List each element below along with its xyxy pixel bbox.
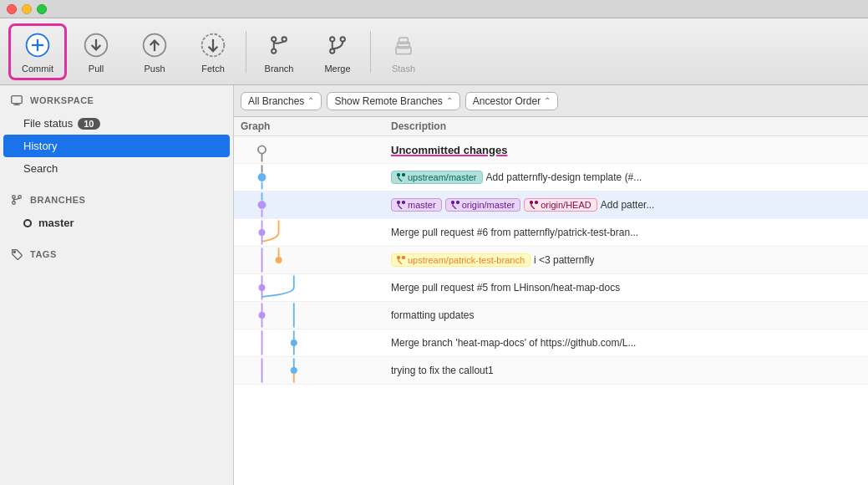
master-dot <box>23 219 32 227</box>
fetch-button[interactable]: Fetch <box>184 23 242 80</box>
svg-point-14 <box>341 37 345 41</box>
ancestor-order-chevron: ⌃ <box>544 96 551 105</box>
show-remote-dropdown[interactable]: Show Remote Branches ⌃ <box>327 92 459 110</box>
graph-cell-0 <box>234 136 384 163</box>
commit-text-8: trying to fix the callout1 <box>391 365 494 376</box>
svg-point-43 <box>536 202 538 204</box>
svg-point-27 <box>13 251 15 253</box>
master-label: master <box>38 217 74 229</box>
all-branches-dropdown[interactable]: All Branches ⌃ <box>241 92 322 110</box>
table-row[interactable]: Uncommitted changes <box>234 136 868 164</box>
toolbar-divider-1 <box>246 31 246 73</box>
table-row[interactable]: Merge branch 'heat-map-docs' of https://… <box>234 329 868 357</box>
branch-button[interactable]: Branch <box>250 23 308 80</box>
commit-label: Commit <box>22 64 53 74</box>
col-graph-header: Graph <box>234 120 384 132</box>
desc-cell-1: upstream/master Add patternfly-design te… <box>384 167 868 187</box>
title-bar <box>0 0 868 18</box>
desc-cell-6: formatting updates <box>384 306 868 324</box>
content-area: All Branches ⌃ Show Remote Branches ⌃ An… <box>234 85 868 485</box>
desc-cell-2: master origin/master origin/HEAD Add pat… <box>384 195 868 215</box>
commit-text-2: Add patter... <box>601 199 655 211</box>
graph-cell-1 <box>234 164 384 191</box>
desc-cell-8: trying to fix the callout1 <box>384 361 868 380</box>
tags-section-header: TAGS <box>0 239 233 266</box>
svg-point-28 <box>258 146 266 153</box>
table-row[interactable]: Merge pull request #5 from LHinson/heat-… <box>234 274 868 302</box>
close-button[interactable] <box>7 4 17 14</box>
svg-point-51 <box>403 257 405 259</box>
push-label: Push <box>144 64 165 74</box>
show-remote-chevron: ⌃ <box>446 96 453 105</box>
desc-cell-5: Merge pull request #5 from LHinson/heat-… <box>384 278 868 297</box>
svg-point-25 <box>13 202 16 205</box>
commit-text-7: Merge branch 'heat-map-docs' of https://… <box>391 337 636 349</box>
commit-button[interactable]: Commit <box>8 23 67 80</box>
col-desc-header: Description <box>384 120 868 132</box>
svg-point-33 <box>398 174 400 176</box>
graph-cell-8 <box>234 357 384 384</box>
show-remote-label: Show Remote Branches <box>334 95 442 107</box>
svg-point-36 <box>258 201 266 208</box>
desc-cell-4: upstream/patrick-test-branch i <3 patter… <box>384 250 868 270</box>
filter-bar: All Branches ⌃ Show Remote Branches ⌃ An… <box>234 85 868 117</box>
ancestor-order-label: Ancestor Order <box>473 95 541 107</box>
minimize-button[interactable] <box>22 4 32 14</box>
workspace-label: WORKSPACE <box>30 95 94 105</box>
table-row[interactable]: formatting updates <box>234 302 868 329</box>
svg-point-62 <box>291 367 297 373</box>
pull-button[interactable]: Pull <box>67 23 125 80</box>
search-label: Search <box>23 162 58 175</box>
graph-svg-5 <box>241 274 378 301</box>
commit-text-6: formatting updates <box>391 309 474 321</box>
graph-svg-1 <box>241 164 378 191</box>
history-label: History <box>23 140 57 152</box>
all-branches-label: All Branches <box>248 95 304 107</box>
graph-cell-7 <box>234 329 384 356</box>
table-row[interactable]: Merge pull request #6 from patternfly/pa… <box>234 219 868 247</box>
fetch-label: Fetch <box>201 64 225 74</box>
graph-svg-7 <box>241 329 378 356</box>
stash-button[interactable]: Stash <box>374 23 433 80</box>
workspace-section-header: WORKSPACE <box>0 85 233 112</box>
branches-icon <box>10 193 23 207</box>
graph-svg-2 <box>241 191 378 218</box>
commit-icon <box>23 30 53 60</box>
sidebar-item-history[interactable]: History <box>3 135 230 157</box>
branches-section-header: BRANCHES <box>0 185 233 212</box>
sidebar-item-file-status[interactable]: File status 10 <box>0 112 233 135</box>
svg-point-60 <box>291 340 297 345</box>
table-row[interactable]: trying to fix the callout1 <box>234 357 868 385</box>
toolbar: Commit Pull Push <box>0 18 868 85</box>
tags-icon <box>10 248 23 261</box>
svg-point-48 <box>276 257 282 263</box>
graph-svg-8 <box>241 357 378 384</box>
stash-icon <box>388 30 419 60</box>
svg-point-57 <box>259 312 265 318</box>
svg-point-50 <box>398 257 400 259</box>
graph-cell-6 <box>234 302 384 329</box>
svg-rect-20 <box>12 96 22 104</box>
commit-text-3: Merge pull request #6 from patternfly/pa… <box>391 227 638 238</box>
graph-svg-6 <box>241 302 378 329</box>
desc-cell-3: Merge pull request #6 from patternfly/pa… <box>384 223 868 242</box>
svg-point-10 <box>282 37 287 41</box>
uncommitted-text: Uncommitted changes <box>391 144 507 156</box>
sidebar-item-master[interactable]: master <box>0 212 233 234</box>
graph-cell-2 <box>234 191 384 218</box>
svg-point-24 <box>18 196 22 199</box>
push-button[interactable]: Push <box>125 23 184 80</box>
merge-button[interactable]: Merge <box>308 23 367 80</box>
table-row[interactable]: upstream/master Add patternfly-design te… <box>234 164 868 191</box>
sidebar-item-search[interactable]: Search <box>0 157 233 180</box>
ancestor-order-dropdown[interactable]: Ancestor Order ⌃ <box>465 92 558 110</box>
workspace-icon <box>10 94 23 107</box>
graph-svg-4 <box>241 247 378 273</box>
table-row[interactable]: upstream/patrick-test-branch i <3 patter… <box>234 247 868 274</box>
fetch-icon <box>198 30 228 60</box>
svg-point-13 <box>330 37 334 41</box>
svg-point-39 <box>403 202 405 204</box>
table-row[interactable]: master origin/master origin/HEAD Add pat… <box>234 191 868 219</box>
maximize-button[interactable] <box>37 4 47 14</box>
branch-icon <box>264 30 294 60</box>
